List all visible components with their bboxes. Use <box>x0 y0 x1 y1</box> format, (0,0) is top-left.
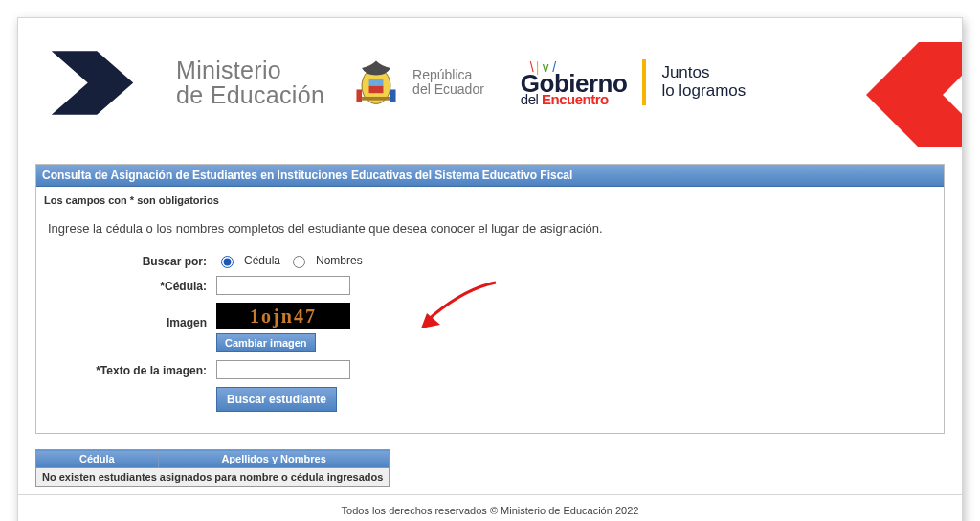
juntos-line2: lo logramos <box>661 82 746 101</box>
page-container: Ministerio de Educación República del Ec… <box>17 17 963 521</box>
svg-rect-5 <box>390 89 396 102</box>
coat-of-arms-block: República del Ecuador <box>349 56 484 109</box>
radio-cedula-label: Cédula <box>244 254 280 267</box>
row-cedula: *Cédula: <box>44 276 936 295</box>
ministry-title: Ministerio de Educación <box>176 57 324 108</box>
gobierno-text: Gobierno del Encuentro <box>521 73 628 106</box>
results-empty-row: No existen estudiantes asignados para no… <box>36 468 390 487</box>
results-header-row: Cédula Apellidos y Nombres <box>36 450 390 468</box>
ministry-line2: de Educación <box>176 82 324 107</box>
panel-body: Los campos con * son obligatorios Ingres… <box>36 187 944 433</box>
juntos-slogan: Juntos lo logramos <box>661 64 746 100</box>
required-note: Los campos con * son obligatorios <box>44 189 936 221</box>
svg-rect-2 <box>369 79 384 85</box>
republic-label: República del Ecuador <box>412 68 484 98</box>
radio-nombres-label: Nombres <box>316 254 363 267</box>
ministry-line1: Ministerio <box>176 57 324 82</box>
radio-cedula[interactable] <box>221 256 234 268</box>
coat-of-arms-icon <box>349 56 403 109</box>
search-panel: Consulta de Asignación de Estudiantes en… <box>35 164 945 434</box>
cedula-input[interactable] <box>216 276 350 295</box>
row-texto-imagen: *Texto de la imagen: <box>44 360 936 379</box>
col-cedula: Cédula <box>36 450 159 468</box>
header-banner: Ministerio de Educación República del Ec… <box>18 18 962 147</box>
row-buscar-por: Buscar por: Cédula Nombres <box>44 251 936 268</box>
content-area: Consulta de Asignación de Estudiantes en… <box>35 164 945 487</box>
instruction-text: Ingrese la cédula o los nombres completo… <box>48 221 936 236</box>
label-texto-imagen: *Texto de la imagen: <box>44 360 216 377</box>
results-table: Cédula Apellidos y Nombres No existen es… <box>35 449 390 487</box>
svg-rect-4 <box>357 89 363 102</box>
cambiar-imagen-button[interactable]: Cambiar imagen <box>216 333 316 352</box>
republic-line1: República <box>412 68 484 82</box>
footer-text: Todos los derechos reservados © Minister… <box>18 494 962 521</box>
results-empty-message: No existen estudiantes asignados para no… <box>36 468 390 487</box>
panel-title: Consulta de Asignación de Estudiantes en… <box>36 165 944 187</box>
chevron-right-icon <box>861 42 963 150</box>
yellow-separator <box>642 59 646 105</box>
encuentro-prefix: del <box>521 91 542 107</box>
col-nombres: Apellidos y Nombres <box>158 450 390 468</box>
gobierno-logo: \ | ∨ / Gobierno del Encuentro <box>521 59 628 106</box>
svg-marker-7 <box>866 42 963 147</box>
svg-rect-6 <box>362 97 390 101</box>
encuentro-word: Encuentro <box>542 91 609 107</box>
captcha-image: 1ojn47 <box>216 303 350 329</box>
radio-nombres[interactable] <box>293 256 305 268</box>
label-imagen: Imagen <box>44 303 216 329</box>
svg-rect-3 <box>369 86 384 93</box>
label-cedula: *Cédula: <box>44 276 216 293</box>
chevron-left-icon <box>47 37 138 128</box>
juntos-line1: Juntos <box>661 64 746 82</box>
radio-group-buscar: Cédula Nombres <box>216 251 363 268</box>
texto-imagen-input[interactable] <box>216 360 350 379</box>
gobierno-block: \ | ∨ / Gobierno del Encuentro Juntos lo… <box>521 59 746 106</box>
republic-line2: del Ecuador <box>412 82 484 97</box>
label-buscar-por: Buscar por: <box>44 251 216 268</box>
svg-marker-0 <box>52 51 134 115</box>
row-submit: Buscar estudiante <box>44 387 936 412</box>
buscar-estudiante-button[interactable]: Buscar estudiante <box>216 387 337 412</box>
row-imagen: Imagen 1ojn47 Cambiar imagen <box>44 303 936 352</box>
